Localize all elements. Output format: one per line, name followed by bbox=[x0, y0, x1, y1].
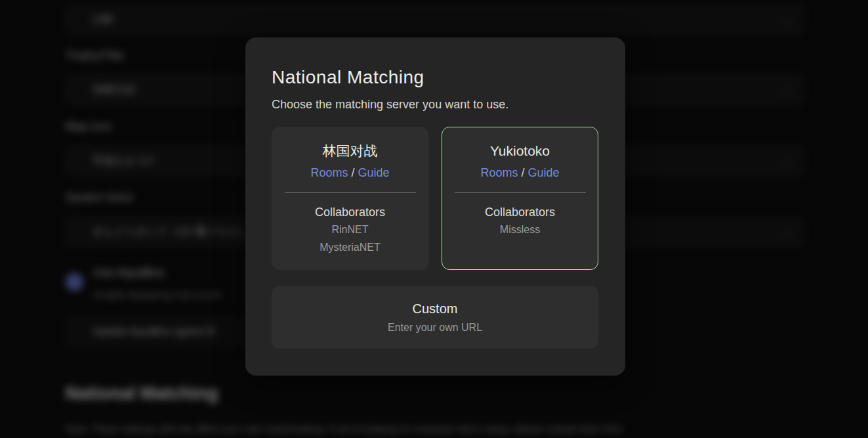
server-name: Yukiotoko bbox=[490, 142, 550, 160]
server-cards-row: 林国对战 Rooms / Guide Collaborators RinNET … bbox=[272, 127, 599, 270]
divider bbox=[285, 192, 416, 193]
custom-card-title: Custom bbox=[413, 299, 458, 318]
rooms-link[interactable]: Rooms bbox=[310, 166, 348, 179]
collaborator-name: RinNET bbox=[331, 221, 368, 238]
screen: LNB ⌄ Trophy/Title SMEO16 ⌄ Map Icon 手毬ま… bbox=[0, 0, 868, 438]
national-matching-modal: National Matching Choose the matching se… bbox=[245, 37, 625, 376]
divider bbox=[455, 192, 586, 193]
modal-subtitle: Choose the matching server you want to u… bbox=[272, 97, 599, 112]
custom-card-subtitle: Enter your own URL bbox=[388, 320, 482, 336]
collaborators-label: Collaborators bbox=[315, 204, 385, 221]
collaborators-label: Collaborators bbox=[485, 204, 555, 221]
collaborator-name: MysteriaNET bbox=[320, 238, 380, 256]
rooms-link[interactable]: Rooms bbox=[480, 166, 518, 179]
collaborator-name: Missless bbox=[500, 221, 540, 238]
server-name: 林国对战 bbox=[323, 142, 378, 160]
server-card-yukiotoko[interactable]: Yukiotoko Rooms / Guide Collaborators Mi… bbox=[442, 127, 598, 270]
server-links: Rooms / Guide bbox=[310, 164, 389, 181]
server-links: Rooms / Guide bbox=[480, 164, 559, 181]
guide-link[interactable]: Guide bbox=[528, 166, 560, 179]
links-separator: / bbox=[521, 166, 524, 179]
guide-link[interactable]: Guide bbox=[358, 166, 390, 179]
links-separator: / bbox=[351, 166, 354, 179]
server-card-linguo[interactable]: 林国对战 Rooms / Guide Collaborators RinNET … bbox=[272, 127, 428, 270]
custom-server-card[interactable]: Custom Enter your own URL bbox=[272, 286, 598, 349]
modal-title: National Matching bbox=[272, 66, 599, 89]
